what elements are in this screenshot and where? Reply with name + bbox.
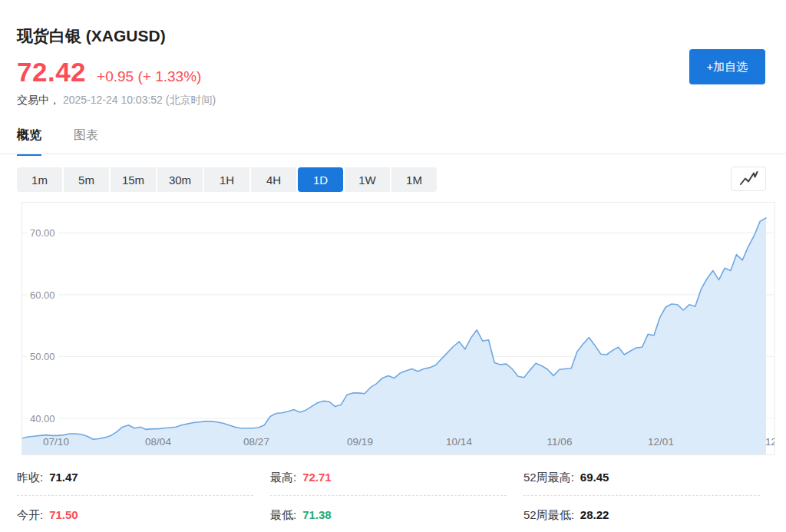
x-axis-label: 08/27 (243, 436, 269, 448)
stat-label: 52周最高: (523, 471, 574, 485)
market-status: 交易中， 2025-12-24 10:03:52 (北京时间) (17, 94, 216, 107)
stat-label: 昨收: (17, 471, 43, 485)
stat-value: 71.50 (49, 508, 78, 521)
stat-label: 今开: (17, 508, 43, 523)
timeframe-1h[interactable]: 1H (204, 167, 249, 192)
y-axis-label: 40.00 (27, 412, 58, 424)
stat-item: 52周最高:69.45 (523, 465, 760, 496)
tab-bar: 概览 图表 (17, 127, 98, 156)
market-status-time: 2025-12-24 10:03:52 (北京时间) (63, 94, 216, 106)
stat-value: 28.22 (580, 508, 609, 521)
y-axis-label: 60.00 (27, 289, 58, 300)
x-axis-label: 08/04 (145, 436, 171, 448)
tab-chart[interactable]: 图表 (74, 127, 98, 156)
x-axis-label: 11/06 (547, 436, 573, 448)
tab-divider (0, 154, 786, 154)
timeframe-bar: 1m5m15m30m1H4H1D1W1M (17, 167, 437, 192)
x-axis-label: 12/01 (648, 436, 674, 448)
quote-page: 现货白银 (XAGUSD) 72.42 +0.95 (+ 1.33%) 交易中，… (0, 0, 786, 532)
y-axis-label: 50.00 (27, 351, 58, 362)
stat-label: 最高: (270, 471, 296, 485)
stat-item: 52周最低:28.22 (523, 503, 760, 532)
stat-label: 52周最低: (523, 508, 574, 523)
stat-value: 72.71 (302, 471, 332, 484)
area-series (22, 203, 775, 455)
timeframe-1m[interactable]: 1M (391, 167, 437, 192)
page-title: 现货白银 (XAGUSD) (17, 25, 166, 47)
price-change: +0.95 (+ 1.33%) (97, 68, 201, 85)
add-watchlist-button[interactable]: +加自选 (689, 49, 765, 84)
x-axis-label: 09/19 (347, 436, 373, 448)
x-axis-label: 10/14 (446, 436, 472, 448)
y-axis-label: 70.00 (27, 227, 58, 239)
quote-stats: 昨收:71.47最高:72.7152周最高:69.45今开:71.50最低:71… (17, 465, 760, 532)
stat-item: 最低:71.38 (270, 503, 507, 532)
timeframe-1d[interactable]: 1D (298, 167, 343, 192)
x-axis-label: 12/24 (765, 436, 775, 448)
stat-item: 昨收:71.47 (17, 465, 253, 496)
market-status-state: 交易中， (17, 94, 60, 106)
price-row: 72.42 +0.95 (+ 1.33%) (17, 57, 201, 88)
tab-overview[interactable]: 概览 (17, 127, 41, 156)
timeframe-1m[interactable]: 1m (17, 167, 62, 192)
stat-item: 今开:71.50 (17, 503, 253, 532)
x-axis-label: 07/10 (43, 436, 69, 448)
chart-style-button[interactable] (731, 167, 766, 191)
stat-value: 69.45 (580, 471, 609, 484)
stat-label: 最低: (270, 508, 296, 523)
last-price: 72.42 (17, 57, 86, 88)
stat-value: 71.38 (302, 508, 332, 521)
stat-item: 最高:72.71 (270, 465, 507, 496)
stat-value: 71.47 (49, 471, 78, 484)
timeframe-4h[interactable]: 4H (251, 167, 296, 192)
line-chart-icon (738, 169, 759, 190)
timeframe-15m[interactable]: 15m (111, 167, 156, 192)
price-area-chart[interactable]: 40.0050.0060.0070.0007/1008/0408/2709/19… (21, 202, 775, 455)
timeframe-5m[interactable]: 5m (64, 167, 109, 192)
timeframe-1w[interactable]: 1W (345, 167, 390, 192)
timeframe-30m[interactable]: 30m (157, 167, 203, 192)
